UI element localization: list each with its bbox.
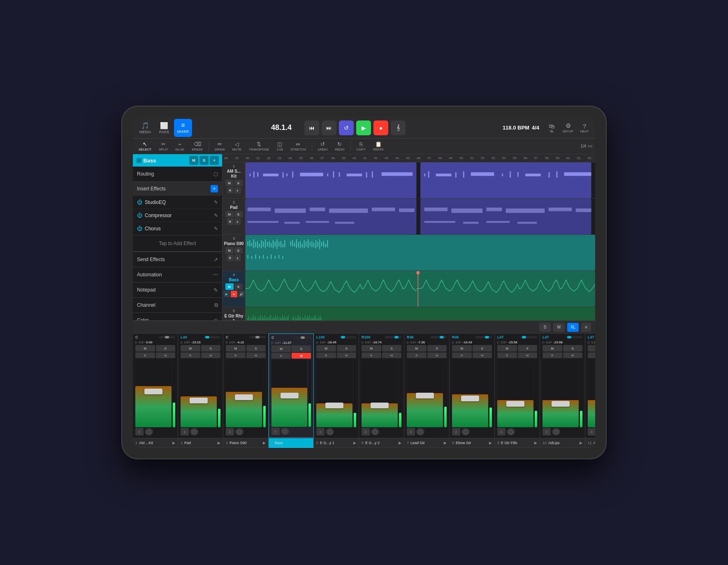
nav-media[interactable]: 🎵 MEDIA: [136, 119, 154, 137]
track3-icon2[interactable]: ●: [234, 255, 241, 261]
fader-8[interactable]: [461, 396, 479, 401]
ch-8-eq[interactable]: ε: [452, 428, 460, 435]
pan-slider-8[interactable]: [475, 336, 492, 338]
fader-9[interactable]: [506, 401, 524, 407]
mute-tool[interactable]: ◁ MUTE: [229, 140, 245, 152]
track4-rec[interactable]: ●: [231, 291, 237, 297]
ch-2-eq[interactable]: ε: [181, 428, 189, 435]
ch-5-write[interactable]: W: [337, 352, 357, 358]
ch-2-mute[interactable]: M: [181, 345, 200, 352]
chorus-edit[interactable]: ✎: [214, 226, 218, 232]
ch-7-eq[interactable]: ε: [407, 428, 415, 435]
ch-8-write[interactable]: W: [473, 352, 492, 358]
track2-clip[interactable]: [246, 199, 595, 234]
stretch-tool[interactable]: ⇔ STRETCH: [287, 140, 309, 152]
compressor-power[interactable]: ⏻: [137, 212, 142, 218]
ch-2-write[interactable]: W: [201, 352, 221, 358]
pan-slider-1[interactable]: [159, 336, 175, 338]
ch-5-volume-knob[interactable]: ◯: [326, 428, 334, 435]
tap-to-add-effect[interactable]: Tap to Add Effect: [133, 235, 222, 252]
select-tool[interactable]: ↖ SELECT: [135, 140, 155, 152]
ch-10-solo[interactable]: S: [563, 345, 583, 352]
ch-9-write[interactable]: W: [518, 352, 538, 358]
ch-9-mute[interactable]: M: [497, 345, 517, 352]
mixer-size-s[interactable]: S: [539, 323, 551, 332]
ch-6-volume-knob[interactable]: ◯: [371, 428, 379, 435]
ch-3-read[interactable]: R: [226, 352, 246, 358]
ch-6-read[interactable]: R: [362, 352, 381, 358]
ch-1-volume-knob[interactable]: ◯: [145, 428, 153, 435]
nav-pads[interactable]: ⬜ PADS: [155, 119, 173, 137]
ch-6-solo[interactable]: S: [382, 345, 402, 352]
play-btn[interactable]: ▶: [356, 120, 371, 135]
pan-slider-6[interactable]: [385, 336, 401, 338]
track3-solo[interactable]: S: [234, 247, 243, 254]
shop-btn[interactable]: 🛍 🛍: [544, 120, 559, 135]
ch-10-eq[interactable]: ε: [543, 428, 551, 435]
track-solo-btn[interactable]: S: [199, 156, 209, 165]
fader-4[interactable]: [281, 393, 299, 398]
pan-slider-5[interactable]: [340, 336, 356, 338]
studioeq-edit[interactable]: ✎: [214, 199, 218, 205]
track4-monitor[interactable]: 🔊: [238, 291, 245, 297]
automation-row[interactable]: Automation 〰: [133, 267, 222, 282]
track1-icon1[interactable]: ✱: [227, 187, 234, 194]
draw-tool[interactable]: ✏ DRAW: [211, 140, 228, 152]
mixer-close-btn[interactable]: ×: [581, 323, 591, 332]
ch-5-read[interactable]: R: [316, 352, 336, 358]
tracks-scroll[interactable]: 1 AM S... Kit M S ✱ ●: [223, 162, 595, 320]
nav-mixer[interactable]: ≡ MIXER: [174, 119, 192, 137]
track3-mute[interactable]: M: [225, 247, 234, 254]
pan-slider-2[interactable]: [204, 336, 220, 338]
undo-tool[interactable]: ↺ UNDO: [315, 140, 331, 152]
transpose-tool[interactable]: ⇅ TRANSPOSE: [246, 140, 272, 152]
ch-2-solo[interactable]: S: [201, 345, 221, 352]
glue-tool[interactable]: ⌁ GLUE: [172, 140, 188, 152]
ch-10-write[interactable]: W: [563, 352, 583, 358]
ch-4-solo[interactable]: S: [292, 345, 311, 352]
pan-slider-4[interactable]: [294, 336, 311, 339]
track2-mute[interactable]: M: [225, 211, 234, 218]
fader-2[interactable]: [190, 398, 208, 403]
insert-effects-header[interactable]: Insert Effects +: [133, 182, 222, 196]
ch-3-eq[interactable]: ε: [226, 428, 234, 435]
ch-11-mute[interactable]: M: [588, 345, 595, 352]
track3-icon1[interactable]: ✱: [227, 255, 234, 261]
ch-9-solo[interactable]: S: [518, 345, 538, 352]
fader-5[interactable]: [325, 403, 343, 408]
ch-4-write[interactable]: W: [292, 353, 311, 359]
mixer-channels[interactable]: C ▷ 1/2+ 0.00 M S R W ε: [133, 333, 595, 438]
loop-btn[interactable]: ↺: [339, 120, 354, 135]
track4-clip[interactable]: [246, 271, 595, 307]
track-mute-btn[interactable]: M: [189, 156, 198, 165]
compressor-edit[interactable]: ✎: [214, 213, 218, 218]
ch-4-eq[interactable]: ε: [271, 428, 280, 435]
pan-slider-3[interactable]: [249, 336, 266, 338]
ch-10-read[interactable]: R: [543, 352, 562, 358]
ch-3-volume-knob[interactable]: ◯: [235, 428, 243, 435]
ch-8-read[interactable]: R: [452, 352, 472, 358]
quantize-tool[interactable]: ◫ 1/16: [273, 140, 286, 152]
pan-slider-9[interactable]: [521, 336, 537, 338]
ch-5-mute[interactable]: M: [316, 345, 336, 352]
mixer-size-xl[interactable]: XL: [567, 323, 579, 332]
ch-4-mute[interactable]: M: [271, 345, 291, 352]
ch-10-volume-knob[interactable]: ◯: [552, 428, 560, 435]
ch-11-eq[interactable]: ε: [588, 428, 595, 435]
redo-tool[interactable]: ↻ REDO: [332, 140, 348, 152]
fader-1[interactable]: [144, 389, 162, 394]
chorus-power[interactable]: ⏻: [137, 225, 142, 232]
track1-clip[interactable]: [246, 162, 595, 198]
track4-mute[interactable]: M: [225, 283, 234, 290]
notepad-row[interactable]: Notepad ✎: [133, 282, 222, 297]
track-menu-btn[interactable]: ≡: [210, 156, 219, 165]
pan-slider-7[interactable]: [430, 336, 447, 338]
fader-7[interactable]: [416, 393, 434, 398]
send-effects-row[interactable]: Send Effects ↗: [133, 252, 222, 267]
ch-6-eq[interactable]: ε: [362, 428, 370, 435]
ch-8-mute[interactable]: M: [452, 345, 472, 352]
fast-forward-btn[interactable]: ⏭: [322, 120, 336, 135]
track2-solo[interactable]: S: [234, 211, 243, 218]
ch-7-write[interactable]: W: [427, 352, 447, 358]
track2-icon1[interactable]: ✱: [227, 218, 234, 225]
